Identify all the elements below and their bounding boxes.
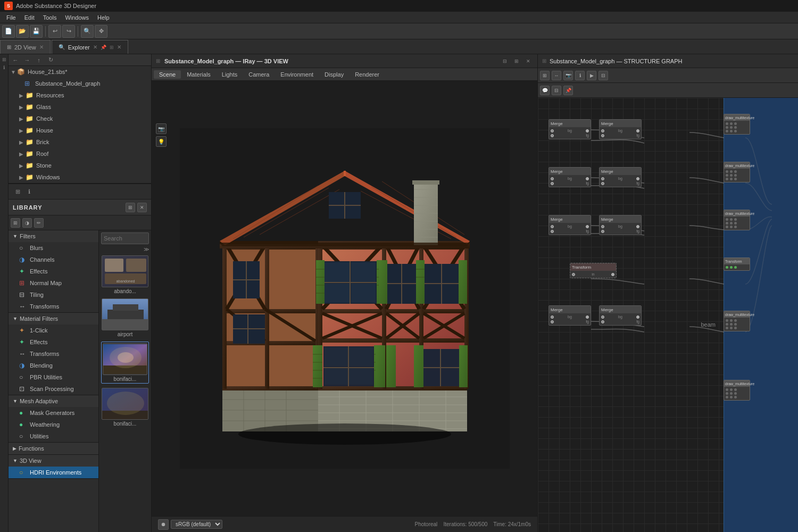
lib-item-transforms2[interactable]: ↔ Transforms [9, 348, 98, 360]
nav-renderer[interactable]: Renderer [350, 70, 385, 79]
lib-section-mesh-header[interactable]: ▼ Mesh Adaptive [9, 395, 98, 407]
asset-item-bonifaci-1[interactable]: bonifaci... [101, 342, 149, 384]
nav-environment[interactable]: Environment [275, 70, 319, 79]
lib-tool-2[interactable]: ◑ [22, 218, 32, 228]
lib-item-blending[interactable]: ◑ Blending [9, 360, 98, 371]
lib-item-1click[interactable]: ✦ 1-Click [9, 325, 98, 336]
lib-item-tiling[interactable]: ⊟ Tiling [9, 289, 98, 301]
graph-tool-pin[interactable]: 📌 [563, 86, 573, 95]
tree-root-file[interactable]: ▼ 📦 House_21.sbs* [9, 66, 151, 78]
lib-tool-1[interactable]: ⊞ [11, 218, 20, 228]
graph-node-merge6[interactable]: Merge bg fg [599, 215, 642, 235]
nav-camera[interactable]: Camera [243, 70, 275, 79]
tool-icon-1[interactable]: ⊞ [1, 56, 7, 63]
nav-display[interactable]: Display [319, 70, 349, 79]
view-close-btn[interactable]: ✕ [523, 56, 533, 66]
tree-item-house[interactable]: ▶ 📁 House [9, 124, 151, 136]
graph-dots-node-2[interactable]: draw_multitexture [724, 162, 750, 182]
view-record-btn[interactable]: ⏺ [158, 519, 169, 530]
asset-search-input[interactable] [101, 232, 149, 244]
graph-dots-node-5[interactable]: draw_multitexture [724, 311, 750, 331]
tab-2d-close[interactable]: ✕ [39, 44, 44, 50]
graph-node-transform1[interactable]: Transform in [570, 263, 617, 278]
graph-tool-comment[interactable]: 💬 [540, 86, 550, 95]
lib-item-mask-gen[interactable]: ● Mask Generators [9, 407, 98, 419]
lib-item-transforms[interactable]: ↔ Transforms [9, 301, 98, 312]
view-camera-icon[interactable]: 📷 [156, 123, 167, 134]
graph-tool-2[interactable]: ↔ [552, 71, 561, 80]
tree-item-stone[interactable]: ▶ 📁 Stone [9, 160, 151, 171]
lib-item-normalmap[interactable]: ⊞ Normal Map [9, 277, 98, 289]
graph-node-merge5[interactable]: Merge bg fg [548, 215, 591, 235]
new-btn[interactable]: 📄 [2, 25, 15, 38]
graph-tool-zoom[interactable]: ⊟ [552, 86, 561, 95]
nav-materials[interactable]: Materials [181, 70, 216, 79]
lib-tool-3[interactable]: ✏ [34, 218, 44, 228]
graph-node-merge8[interactable]: Merge bg fg [599, 305, 642, 326]
graph-dots-node-6[interactable]: draw_multitexture [724, 380, 750, 401]
graph-tool-6[interactable]: ⊟ [598, 71, 608, 80]
undo-btn[interactable]: ↩ [48, 25, 61, 38]
graph-dots-node-3[interactable]: draw_multitexture [724, 210, 750, 230]
tab-explorer-close2[interactable]: ✕ [117, 44, 121, 50]
menu-tools[interactable]: Tools [39, 13, 61, 22]
graph-tool-3[interactable]: 📷 [563, 71, 573, 80]
asset-item-abandoned[interactable]: abandoned abando... [101, 255, 149, 294]
tab-pin-icon[interactable]: 📌 [101, 45, 106, 50]
tree-item-glass[interactable]: ▶ 📁 Glass [9, 101, 151, 113]
tool-icon-2[interactable]: ℹ [1, 64, 7, 71]
tree-item-check[interactable]: ▶ 📁 Check [9, 113, 151, 124]
lib-maximize-btn[interactable]: ⊞ [126, 203, 135, 212]
tab-expand-icon[interactable]: ⊞ [110, 45, 114, 50]
view-float-btn[interactable]: ⊟ [500, 56, 510, 66]
lib-section-functions-header[interactable]: ▶ Functions [9, 443, 98, 454]
lib-item-channels[interactable]: ◑ Channels [9, 254, 98, 265]
graph-node-merge7[interactable]: Merge bg fg [548, 305, 591, 326]
tree-item-roof[interactable]: ▶ 📁 Roof [9, 148, 151, 160]
lib-section-filters-header[interactable]: ▼ Filters [9, 230, 98, 242]
menu-help[interactable]: Help [93, 13, 114, 22]
lib-item-effects2[interactable]: ✦ Effects [9, 336, 98, 348]
lib-item-hdri[interactable]: ○ HDRI Environments [9, 467, 98, 478]
explorer-back[interactable]: ← [11, 55, 20, 65]
tab-explorer-close[interactable]: ✕ [93, 44, 97, 50]
menu-edit[interactable]: Edit [20, 13, 39, 22]
graph-tool-5[interactable]: ▶ [587, 71, 596, 80]
graph-tool-1[interactable]: ⊞ [540, 71, 550, 80]
nav-scene[interactable]: Scene [154, 70, 181, 79]
open-btn[interactable]: 📂 [16, 25, 29, 38]
explorer-up[interactable]: ↑ [34, 55, 44, 65]
graph-node-merge2[interactable]: Merge bg fg [599, 119, 642, 139]
graph-canvas[interactable]: Merge bg fg Merge [538, 98, 798, 532]
view-light-icon[interactable]: 💡 [156, 136, 167, 147]
graph-dots-node-4[interactable]: Transform [724, 257, 750, 271]
zoom-btn[interactable]: 🔍 [81, 25, 94, 38]
save-btn[interactable]: 💾 [30, 25, 43, 38]
panel-icon-2[interactable]: ℹ [24, 187, 34, 196]
graph-node-merge4[interactable]: Merge bg fg [599, 167, 642, 187]
lib-item-scan[interactable]: ⊡ Scan Processing [9, 383, 98, 395]
asset-item-airport[interactable]: airport [101, 298, 149, 337]
explorer-refresh[interactable]: ↻ [46, 55, 55, 65]
tree-item-resources[interactable]: ▶ 📁 Resources [9, 89, 151, 101]
lib-section-3dview-header[interactable]: ▼ 3D View [9, 455, 98, 467]
lib-close-btn[interactable]: ✕ [137, 203, 147, 212]
tree-item-windows[interactable]: ▶ 📁 Windows [9, 171, 151, 183]
asset-expand-btn[interactable]: ≫ [144, 246, 149, 252]
pan-btn[interactable]: ✥ [95, 25, 107, 38]
tab-2d-view[interactable]: ⊞ 2D View ✕ [0, 40, 51, 54]
lib-item-pbr[interactable]: ○ PBR Utilities [9, 371, 98, 383]
explorer-forward[interactable]: → [22, 55, 32, 65]
tree-substance-graph[interactable]: ⊞ Substance_Model_graph [9, 78, 151, 89]
panel-icon-1[interactable]: ⊞ [13, 187, 22, 196]
tab-explorer[interactable]: 🔍 Explorer ✕ 📌 ⊞ ✕ [52, 40, 128, 54]
lib-item-weathering[interactable]: ● Weathering [9, 419, 98, 430]
graph-dots-node-1[interactable]: draw_multitexture [724, 114, 750, 135]
nav-lights[interactable]: Lights [217, 70, 243, 79]
menu-file[interactable]: File [2, 13, 20, 22]
asset-item-bonifaci-2[interactable]: bonifaci... [101, 388, 149, 427]
tree-item-brick[interactable]: ▶ 📁 Brick [9, 136, 151, 148]
menu-windows[interactable]: Windows [61, 13, 93, 22]
graph-node-merge1[interactable]: Merge bg fg [548, 119, 591, 139]
view-canvas[interactable]: 📷 💡 [152, 81, 537, 516]
